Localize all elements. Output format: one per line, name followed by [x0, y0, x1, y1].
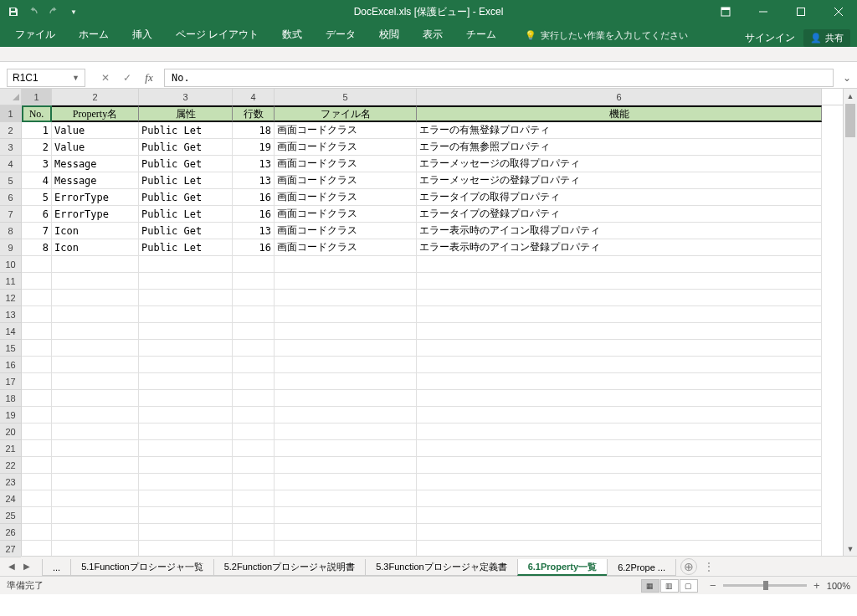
- sheet-tab[interactable]: 5.2Functionプロシージャ説明書: [213, 559, 366, 576]
- zoom-slider[interactable]: [723, 584, 807, 587]
- row-header-19[interactable]: 19: [0, 407, 21, 424]
- empty-cell[interactable]: [139, 457, 233, 474]
- empty-cell[interactable]: [52, 490, 139, 507]
- row-header-12[interactable]: 12: [0, 290, 21, 306]
- empty-cell[interactable]: [52, 541, 139, 556]
- empty-cell[interactable]: [417, 323, 822, 340]
- header-cell[interactable]: 機能: [417, 105, 822, 122]
- tab-insert[interactable]: 挿入: [121, 23, 164, 47]
- header-cell[interactable]: 属性: [139, 105, 233, 122]
- empty-cell[interactable]: [22, 457, 52, 474]
- data-cell[interactable]: Public Get: [139, 223, 233, 239]
- header-cell[interactable]: Property名: [52, 105, 139, 122]
- row-header-27[interactable]: 27: [0, 541, 21, 557]
- empty-cell[interactable]: [275, 474, 417, 490]
- empty-cell[interactable]: [233, 290, 275, 306]
- data-cell[interactable]: エラーの有無参照プロパティ: [417, 139, 822, 156]
- fx-icon[interactable]: fx: [139, 69, 159, 87]
- empty-cell[interactable]: [233, 357, 275, 373]
- row-header-5[interactable]: 5: [0, 172, 21, 189]
- data-cell[interactable]: 13: [233, 223, 275, 239]
- header-cell[interactable]: No.: [22, 105, 52, 122]
- row-header-10[interactable]: 10: [0, 256, 21, 273]
- empty-cell[interactable]: [22, 424, 52, 440]
- undo-icon[interactable]: [27, 5, 40, 18]
- col-header-3[interactable]: 3: [139, 89, 233, 105]
- empty-cell[interactable]: [417, 507, 822, 524]
- empty-cell[interactable]: [275, 373, 417, 390]
- data-cell[interactable]: 画面コードクラス: [275, 172, 417, 189]
- sheet-tab[interactable]: 6.1Property一覧: [517, 559, 608, 576]
- empty-cell[interactable]: [139, 407, 233, 424]
- data-cell[interactable]: エラーの有無登録プロパティ: [417, 122, 822, 139]
- col-header-2[interactable]: 2: [52, 89, 139, 105]
- maximize-button[interactable]: [782, 0, 819, 23]
- empty-cell[interactable]: [275, 457, 417, 474]
- row-header-3[interactable]: 3: [0, 139, 21, 156]
- row-header-26[interactable]: 26: [0, 524, 21, 541]
- empty-cell[interactable]: [275, 507, 417, 524]
- empty-cell[interactable]: [22, 490, 52, 507]
- data-cell[interactable]: ErrorType: [52, 189, 139, 206]
- empty-cell[interactable]: [275, 541, 417, 556]
- row-header-20[interactable]: 20: [0, 424, 21, 440]
- data-cell[interactable]: Public Get: [139, 189, 233, 206]
- header-cell[interactable]: ファイル名: [275, 105, 417, 122]
- empty-cell[interactable]: [233, 407, 275, 424]
- row-header-13[interactable]: 13: [0, 306, 21, 323]
- data-cell[interactable]: 1: [22, 122, 52, 139]
- empty-cell[interactable]: [275, 424, 417, 440]
- normal-view-icon[interactable]: ▦: [641, 579, 659, 593]
- empty-cell[interactable]: [417, 474, 822, 490]
- row-header-22[interactable]: 22: [0, 457, 21, 474]
- empty-cell[interactable]: [139, 357, 233, 373]
- empty-cell[interactable]: [22, 407, 52, 424]
- empty-cell[interactable]: [233, 340, 275, 357]
- sheet-tab[interactable]: 5.1Functionプロシージャ一覧: [70, 559, 213, 576]
- redo-icon[interactable]: [47, 5, 60, 18]
- zoom-in-button[interactable]: +: [812, 579, 822, 592]
- empty-cell[interactable]: [52, 407, 139, 424]
- data-cell[interactable]: 画面コードクラス: [275, 156, 417, 172]
- empty-cell[interactable]: [275, 407, 417, 424]
- tellme-box[interactable]: 💡 実行したい作業を入力してください: [516, 24, 696, 47]
- row-header-25[interactable]: 25: [0, 507, 21, 524]
- empty-cell[interactable]: [417, 524, 822, 541]
- empty-cell[interactable]: [275, 490, 417, 507]
- empty-cell[interactable]: [233, 424, 275, 440]
- name-box[interactable]: R1C1 ▼: [7, 69, 85, 87]
- sheet-nav-prev-icon[interactable]: ◀: [5, 562, 18, 571]
- empty-cell[interactable]: [233, 373, 275, 390]
- empty-cell[interactable]: [52, 440, 139, 457]
- tab-formulas[interactable]: 数式: [270, 23, 314, 47]
- row-header-2[interactable]: 2: [0, 122, 21, 139]
- cancel-formula-icon[interactable]: ✕: [95, 69, 115, 87]
- empty-cell[interactable]: [22, 357, 52, 373]
- header-cell[interactable]: 行数: [233, 105, 275, 122]
- empty-cell[interactable]: [139, 440, 233, 457]
- data-cell[interactable]: 7: [22, 223, 52, 239]
- empty-cell[interactable]: [233, 507, 275, 524]
- row-header-7[interactable]: 7: [0, 206, 21, 223]
- empty-cell[interactable]: [52, 524, 139, 541]
- col-header-4[interactable]: 4: [233, 89, 275, 105]
- data-cell[interactable]: 3: [22, 156, 52, 172]
- empty-cell[interactable]: [52, 424, 139, 440]
- data-cell[interactable]: 4: [22, 172, 52, 189]
- empty-cell[interactable]: [139, 340, 233, 357]
- empty-cell[interactable]: [139, 373, 233, 390]
- empty-cell[interactable]: [275, 357, 417, 373]
- empty-cell[interactable]: [22, 256, 52, 273]
- empty-cell[interactable]: [417, 373, 822, 390]
- data-cell[interactable]: Value: [52, 139, 139, 156]
- empty-cell[interactable]: [417, 390, 822, 407]
- empty-cell[interactable]: [417, 541, 822, 556]
- empty-cell[interactable]: [52, 390, 139, 407]
- empty-cell[interactable]: [52, 373, 139, 390]
- empty-cell[interactable]: [233, 323, 275, 340]
- empty-cell[interactable]: [22, 273, 52, 290]
- empty-cell[interactable]: [22, 340, 52, 357]
- tab-view[interactable]: 表示: [411, 23, 454, 47]
- formula-expand-icon[interactable]: ⌄: [840, 72, 854, 84]
- data-cell[interactable]: Value: [52, 122, 139, 139]
